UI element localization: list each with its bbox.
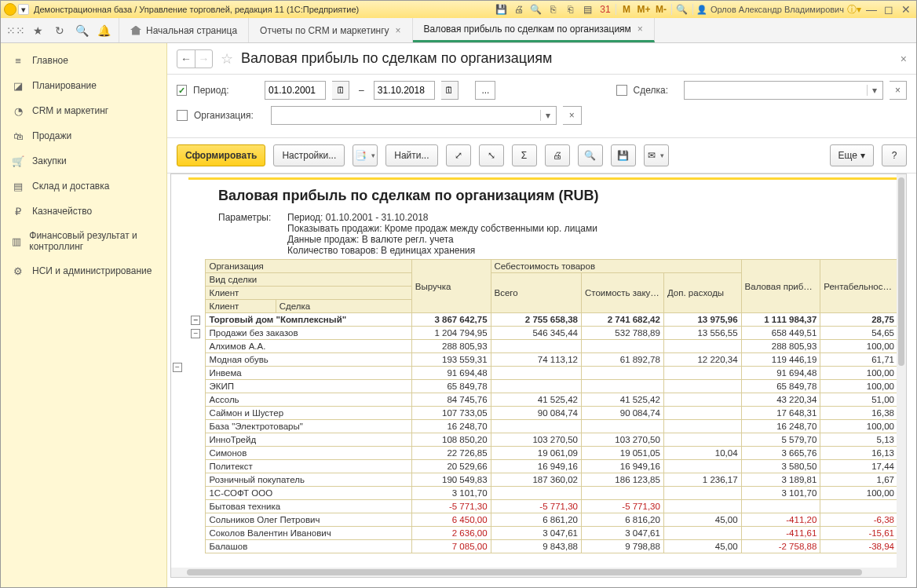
history-icon[interactable]: ↻ <box>53 24 67 38</box>
table-row[interactable]: Модная обувь193 559,3174 113,1261 892,78… <box>173 353 898 367</box>
table-row[interactable]: ИнноТрейд108 850,20103 270,50103 270,505… <box>173 433 898 447</box>
close-icon[interactable]: × <box>638 24 643 35</box>
th-gross: Валовая прибыль <box>741 260 820 313</box>
find-button[interactable]: Найти... <box>385 144 437 166</box>
outline-collapse-icon[interactable]: − <box>173 363 182 372</box>
search-icon[interactable]: 🔍 <box>75 24 89 38</box>
variants-button[interactable]: 📑▾ <box>353 144 378 166</box>
user-name: Орлов Александр Владимирович <box>711 5 844 14</box>
notifications-icon[interactable]: 🔔 <box>97 24 111 38</box>
period-more-button[interactable]: ... <box>475 81 495 100</box>
table-row[interactable]: Балашов7 085,009 843,889 798,8845,00-2 7… <box>173 540 898 553</box>
tab-reports[interactable]: Отчеты по CRM и маркетингу× <box>249 18 413 42</box>
favorite-star-icon[interactable]: ☆ <box>221 50 233 68</box>
org-clear-button[interactable]: × <box>563 106 582 125</box>
memory-mplus-icon[interactable]: M+ <box>637 3 651 16</box>
user-menu[interactable]: 👤 Орлов Александр Владимирович <box>696 5 844 15</box>
table-row[interactable]: Саймон и Шустер107 733,0590 084,7490 084… <box>173 407 898 420</box>
email-button[interactable]: ✉▾ <box>644 144 669 166</box>
nav-back-button[interactable]: ← <box>177 50 195 68</box>
nav-forward-button[interactable]: → <box>195 50 212 68</box>
table-row[interactable]: ЭКИП65 849,7865 849,78100,00 <box>173 380 898 393</box>
org-checkbox[interactable] <box>177 110 188 121</box>
tab-home[interactable]: Начальная страница <box>119 18 249 42</box>
table-row[interactable]: Ассоль84 745,7641 525,4241 525,4243 220,… <box>173 393 898 407</box>
print-icon[interactable]: 🖨 <box>512 3 526 16</box>
tree-toggle-icon[interactable]: − <box>191 316 200 325</box>
date-from-input[interactable] <box>265 81 326 100</box>
sidebar-label: Планирование <box>32 80 97 91</box>
page-close-button[interactable]: × <box>901 53 907 65</box>
table-row[interactable]: 1С-СОФТ ООО3 101,703 101,70100,00 <box>173 487 898 500</box>
page-title: Валовая прибыль по сделкам по организаци… <box>241 50 552 67</box>
deal-select[interactable]: ▾ <box>684 81 883 100</box>
sidebar-icon: ▤ <box>12 180 24 192</box>
table-row[interactable]: Розничный покупатель190 549,83187 360,02… <box>173 473 898 487</box>
close-icon[interactable]: × <box>396 25 401 36</box>
calendar-icon[interactable]: 31 <box>598 3 612 16</box>
window-maximize[interactable]: ◻ <box>882 3 896 16</box>
zoom-icon[interactable]: 🔍 <box>675 3 689 16</box>
calc-icon[interactable]: ▤ <box>581 3 595 16</box>
sidebar-item[interactable]: ◪Планирование <box>1 73 166 98</box>
save-button[interactable]: 💾 <box>611 144 636 166</box>
expand-button[interactable]: ⤢ <box>446 144 471 166</box>
sidebar-item[interactable]: 🛒Закупки <box>1 148 166 173</box>
tree-toggle-icon[interactable]: − <box>191 329 200 338</box>
memory-mminus-icon[interactable]: M- <box>654 3 668 16</box>
org-select[interactable]: ▾ <box>271 106 557 125</box>
sidebar-item[interactable]: 🛍Продажи <box>1 123 166 148</box>
vertical-scrollbar[interactable] <box>897 174 906 577</box>
sum-button[interactable]: Σ <box>512 144 537 166</box>
title-bar: ▾ Демонстрационная база / Управление тор… <box>1 1 916 18</box>
window-minimize[interactable]: — <box>864 3 879 16</box>
copy-icon[interactable]: ⎘ <box>546 3 561 16</box>
report-toolbar: Сформировать Настройки... 📑▾ Найти... ⤢ … <box>167 138 916 173</box>
period-checkbox[interactable] <box>177 85 187 96</box>
table-row[interactable]: Алхимов А.А.288 805,93288 805,93100,00 <box>173 340 898 353</box>
user-icon: 👤 <box>696 5 707 15</box>
horizontal-scrollbar[interactable] <box>171 568 897 577</box>
sidebar-item[interactable]: ≡Главное <box>1 48 166 73</box>
date-to-input[interactable] <box>374 81 435 100</box>
deal-clear-button[interactable]: × <box>890 81 907 100</box>
preview-icon[interactable]: 🔍 <box>529 3 543 16</box>
memory-m-icon[interactable]: M <box>619 3 634 16</box>
sidebar-item[interactable]: ⚙НСИ и администрирование <box>1 258 166 283</box>
info-icon[interactable]: ⓘ▾ <box>847 3 861 16</box>
table-row[interactable]: Симонов22 726,8519 061,0919 051,0510,043… <box>173 447 898 460</box>
table-row[interactable]: Инвема91 694,4891 694,48100,00 <box>173 367 898 380</box>
sidebar-item[interactable]: ▥Финансовый результат и контроллинг <box>1 224 166 258</box>
help-button[interactable]: ? <box>882 144 907 166</box>
collapse-button[interactable]: ⤡ <box>479 144 504 166</box>
apps-icon[interactable]: ⁙⁙ <box>9 24 23 38</box>
paste-icon[interactable]: ⎗ <box>564 3 578 16</box>
table-row[interactable]: Соколов Валентин Иванович2 636,003 047,6… <box>173 527 898 540</box>
run-button[interactable]: Сформировать <box>177 144 265 166</box>
tab-gross-profit[interactable]: Валовая прибыль по сделкам по организаци… <box>413 18 655 42</box>
settings-button[interactable]: Настройки... <box>273 144 345 166</box>
table-row[interactable]: База "Электротовары"16 248,7016 248,7010… <box>173 420 898 433</box>
deal-checkbox[interactable] <box>616 85 627 96</box>
date-from-calendar-icon[interactable]: 🗓 <box>332 81 349 100</box>
sidebar-item[interactable]: ₽Казначейство <box>1 199 166 224</box>
sidebar-item[interactable]: ◔CRM и маркетинг <box>1 98 166 123</box>
sidebar-item[interactable]: ▤Склад и доставка <box>1 173 166 199</box>
print-button[interactable]: 🖨 <box>545 144 570 166</box>
app-title: Демонстрационная база / Управление торго… <box>34 5 359 14</box>
table-row[interactable]: −Торговый дом "Комплексный"3 867 642,752… <box>173 313 898 327</box>
table-row[interactable]: −Продажи без заказов1 204 794,95546 345,… <box>173 327 898 340</box>
org-label: Организация: <box>194 110 254 121</box>
table-row[interactable]: Бытовая техника-5 771,30-5 771,30-5 771,… <box>173 500 898 513</box>
app-menu-dropdown[interactable]: ▾ <box>18 4 29 15</box>
favorite-icon[interactable]: ★ <box>31 24 45 38</box>
th-cost-purch: Стоимость закупки <box>581 273 663 313</box>
more-button[interactable]: Еще ▾ <box>830 144 874 166</box>
window-close[interactable]: ✕ <box>899 3 913 16</box>
table-row[interactable]: Сольников Олег Петрович6 450,006 861,206… <box>173 513 898 527</box>
date-to-calendar-icon[interactable]: 🗓 <box>441 81 458 100</box>
preview-button[interactable]: 🔍 <box>578 144 603 166</box>
save-icon[interactable]: 💾 <box>495 3 509 16</box>
table-row[interactable]: Политекст20 529,6616 949,1616 949,163 58… <box>173 460 898 473</box>
report-frame[interactable]: − Валовая прибыль по сделкам по организа… <box>170 173 907 578</box>
